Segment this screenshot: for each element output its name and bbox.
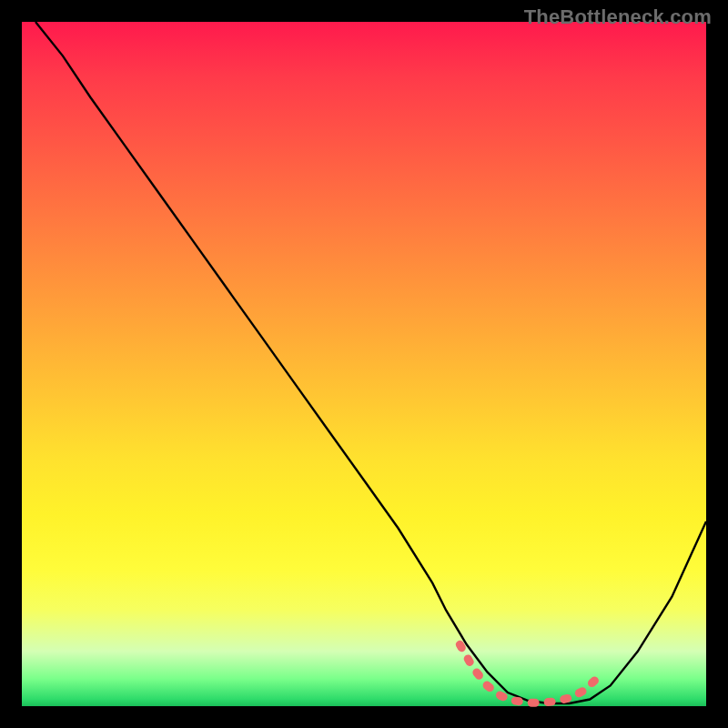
highlight-band-path xyxy=(460,644,596,703)
chart-frame: TheBottleneck.com xyxy=(0,0,728,728)
highlight-band-dots xyxy=(460,644,596,703)
chart-svg xyxy=(22,22,706,706)
bottleneck-curve xyxy=(35,22,706,703)
